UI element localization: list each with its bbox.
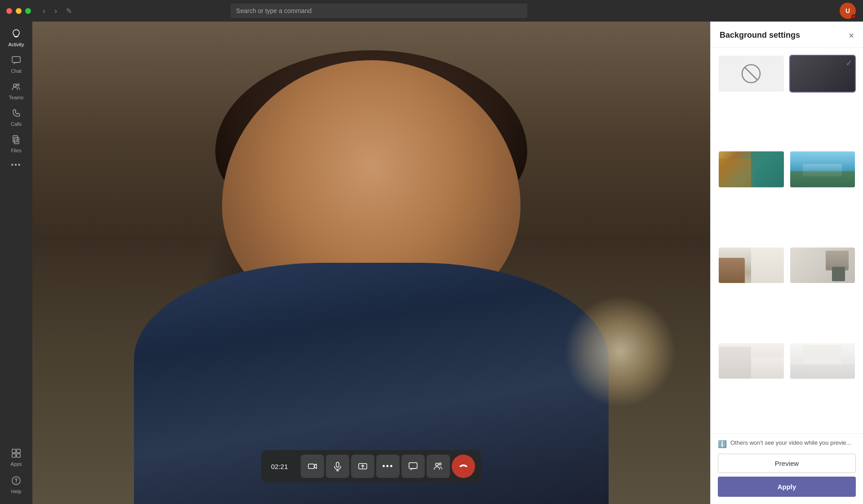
compose-button[interactable]: ✎ xyxy=(63,5,75,17)
bg-option-white2[interactable] xyxy=(789,342,856,380)
sidebar-label-apps: Apps xyxy=(10,461,22,467)
close-button[interactable] xyxy=(6,8,12,14)
apps-icon xyxy=(11,448,21,460)
mic-button[interactable] xyxy=(326,455,349,478)
svg-line-24 xyxy=(745,67,757,80)
white1-left xyxy=(719,347,751,379)
activity-icon xyxy=(11,29,21,40)
svg-rect-10 xyxy=(12,454,16,457)
files-icon xyxy=(11,135,21,146)
bg-option-none[interactable] xyxy=(718,55,785,93)
bg-office-preview xyxy=(719,151,784,187)
room1-door xyxy=(719,258,745,283)
chat-icon xyxy=(11,55,21,67)
forward-button[interactable]: › xyxy=(52,4,60,18)
video-feed xyxy=(32,22,710,504)
svg-rect-11 xyxy=(17,454,20,457)
sidebar-item-chat[interactable]: Chat xyxy=(1,52,31,77)
bg-settings-panel: Background settings × ✓ xyxy=(710,22,863,504)
bg-option-room2[interactable] xyxy=(789,247,856,284)
nav-controls: ‹ › ✎ xyxy=(40,4,75,18)
bg-panel-header: Background settings × xyxy=(711,22,863,48)
chat-button[interactable] xyxy=(401,455,425,478)
sidebar-label-files: Files xyxy=(11,148,21,153)
sidebar-item-apps[interactable]: Apps xyxy=(1,445,31,470)
teams-icon xyxy=(11,82,21,93)
bg-panel-title: Background settings xyxy=(720,31,800,40)
svg-rect-0 xyxy=(15,36,18,37)
room1-wall xyxy=(751,248,783,283)
sidebar-item-activity[interactable]: Activity xyxy=(1,25,31,51)
white2-bed xyxy=(803,345,842,365)
sidebar-label-activity: Activity xyxy=(9,42,24,47)
calls-icon xyxy=(11,108,21,120)
svg-rect-9 xyxy=(17,449,20,453)
city-building xyxy=(803,164,842,177)
more-options-button[interactable]: ••• xyxy=(376,455,400,478)
sidebar-label-calls: Calls xyxy=(11,121,22,127)
svg-point-2 xyxy=(13,84,16,87)
office-shelf xyxy=(719,159,754,187)
office-wall xyxy=(751,151,783,187)
svg-rect-8 xyxy=(12,449,16,453)
more-dots: ••• xyxy=(383,462,394,471)
participants-button[interactable] xyxy=(427,455,450,478)
end-call-button[interactable] xyxy=(452,455,475,478)
minimize-button[interactable] xyxy=(16,8,22,14)
user-avatar[interactable]: U xyxy=(840,3,856,19)
avatar-initials: U xyxy=(845,7,850,14)
video-area: 02:21 ••• xyxy=(32,22,710,504)
bg-panel-footer: ℹ️ Others won't see your video while you… xyxy=(711,433,863,504)
white1-right xyxy=(751,358,783,379)
sidebar-item-calls[interactable]: Calls xyxy=(1,105,31,130)
svg-point-20 xyxy=(436,463,438,466)
bg-dark-preview: ✓ xyxy=(790,56,855,92)
info-text: Others won't see your video while you pr… xyxy=(730,439,851,446)
back-button[interactable]: ‹ xyxy=(40,4,48,18)
bg-room2-preview xyxy=(790,248,855,283)
bg-white2-preview xyxy=(790,343,855,379)
bg-option-room1[interactable] xyxy=(718,247,785,284)
sidebar-item-more[interactable]: ••• xyxy=(1,158,31,172)
bg-option-office[interactable] xyxy=(718,150,785,188)
svg-point-3 xyxy=(17,84,19,86)
svg-rect-14 xyxy=(308,464,314,469)
svg-point-13 xyxy=(16,482,17,483)
search-placeholder: Search or type a command xyxy=(236,7,311,14)
window-controls xyxy=(6,8,31,14)
svg-point-21 xyxy=(439,463,441,465)
sidebar-item-files[interactable]: Files xyxy=(1,131,31,157)
titlebar-right: U xyxy=(840,3,856,19)
bg-option-white1[interactable] xyxy=(718,342,785,380)
camera-button[interactable] xyxy=(301,455,324,478)
room2-plant xyxy=(832,267,845,281)
call-timer: 02:21 xyxy=(267,463,299,470)
apply-button[interactable]: Apply xyxy=(718,477,856,497)
sidebar-item-teams[interactable]: Teams xyxy=(1,78,31,104)
more-icon: ••• xyxy=(11,161,22,168)
sidebar-label-teams: Teams xyxy=(9,95,23,100)
bg-none-preview xyxy=(719,56,784,92)
preview-button[interactable]: Preview xyxy=(718,454,856,473)
call-controls: 02:21 ••• xyxy=(261,450,481,482)
sidebar-label-help: Help xyxy=(11,489,22,494)
svg-rect-1 xyxy=(12,57,20,62)
bg-white1-preview xyxy=(719,343,784,379)
sidebar-label-chat: Chat xyxy=(11,68,21,74)
bg-city-preview xyxy=(790,151,855,187)
sidebar-item-help[interactable]: Help xyxy=(1,472,31,498)
bg-panel-close-button[interactable]: × xyxy=(849,31,854,40)
bg-option-city[interactable] xyxy=(789,150,856,188)
maximize-button[interactable] xyxy=(25,8,31,14)
video-glow xyxy=(564,295,676,407)
bg-room1-preview xyxy=(719,248,784,283)
share-button[interactable] xyxy=(351,455,374,478)
search-bar[interactable]: Search or type a command xyxy=(231,4,527,18)
bg-option-dark[interactable]: ✓ xyxy=(789,55,856,93)
white2-floor xyxy=(790,364,855,379)
help-icon xyxy=(11,476,21,487)
svg-rect-4 xyxy=(13,136,18,142)
bg-options-grid: ✓ xyxy=(711,48,863,433)
svg-rect-19 xyxy=(409,463,417,469)
sidebar: Activity Chat Teams Calls xyxy=(0,22,32,504)
